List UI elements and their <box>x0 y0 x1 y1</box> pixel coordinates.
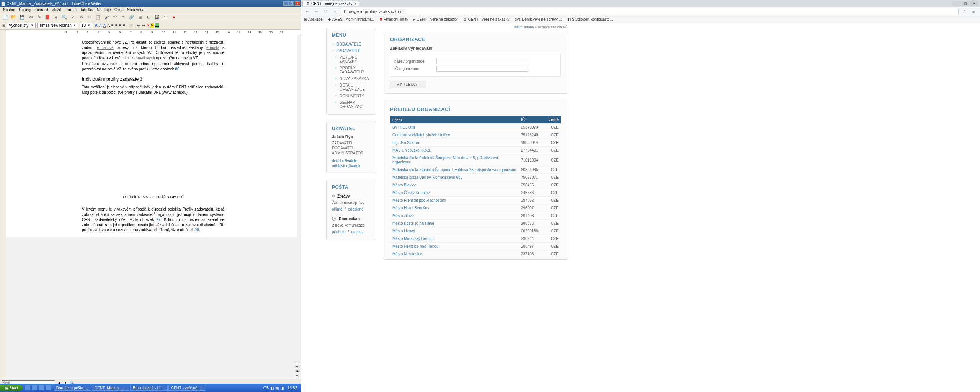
prichozi-link[interactable]: příchozí <box>332 230 346 234</box>
maximize-button[interactable]: □ <box>961 1 970 6</box>
body-text[interactable]: V levém menu je v takovém případě k disp… <box>82 207 224 233</box>
forward-button[interactable]: → <box>313 8 320 15</box>
org-link[interactable]: město Kostelec na Hané <box>392 221 434 225</box>
decrease-indent-icon[interactable]: ⇤ <box>137 23 140 28</box>
org-link[interactable]: Město Moravský Beroun <box>392 237 434 241</box>
home-button[interactable]: ⌂ <box>332 8 338 15</box>
menu-upravy[interactable]: Úpravy <box>19 8 31 12</box>
underline-icon[interactable]: A <box>103 23 106 28</box>
tray-icon[interactable]: ◨ <box>280 386 284 390</box>
org-link[interactable]: Město Horní Benešov <box>392 206 429 210</box>
org-link[interactable]: Město Litovel <box>392 229 415 233</box>
org-link[interactable]: MAS Uničovsko, o.p.s. <box>392 148 431 152</box>
tray-clock[interactable]: 13:52 <box>285 386 299 390</box>
paste-icon[interactable]: 📋 <box>95 14 101 20</box>
odchozi-link[interactable]: odchozí <box>351 230 364 234</box>
increase-indent-icon[interactable]: ⇥ <box>142 23 145 28</box>
mail-icon[interactable]: ✉ <box>28 14 34 20</box>
body-text[interactable]: Přihlášení uživatelé si mohou odběr upoz… <box>82 61 224 72</box>
chrome-menu-icon[interactable]: ≡ <box>970 8 977 15</box>
navigator-icon[interactable]: ⊞ <box>145 14 152 20</box>
org-link[interactable]: Město Frenštát pod Radhoštěm <box>392 198 446 203</box>
hyperlink-icon[interactable]: 🔗 <box>129 14 135 20</box>
th-ic[interactable]: IČ <box>519 116 546 124</box>
org-link[interactable]: Mateřská škola Pohádka Šumperk, Nerudova… <box>392 156 498 164</box>
menu-item[interactable]: VEŘEJNÉ ZAKÁZKY <box>332 54 370 65</box>
table-icon[interactable]: ▦ <box>137 14 143 20</box>
start-button[interactable]: ⊞Start <box>0 385 23 391</box>
menu-zobrazit[interactable]: Zobrazit <box>34 8 48 12</box>
th-zeme[interactable]: země <box>546 116 561 124</box>
quicklaunch-icon[interactable] <box>32 385 37 390</box>
record-icon[interactable]: ● <box>171 14 177 20</box>
bookmark-item[interactable]: ◆ARES - Administrativní... <box>328 17 374 21</box>
menu-item[interactable]: DETAIL ORGANIZACE <box>332 82 370 93</box>
bookmark-item[interactable]: ◧StudioZen-konfiguráto... <box>567 17 613 21</box>
input-ic[interactable] <box>436 66 528 72</box>
org-link[interactable]: Ing. Jan Svatoň <box>392 140 419 145</box>
figure-caption[interactable]: Obrázek 97: Seznam profilů zadavatelů <box>82 194 224 199</box>
back-button[interactable]: ← <box>304 8 311 15</box>
search-button[interactable]: VYHLEDAT <box>390 81 426 88</box>
menu-tabulka[interactable]: Tabulka <box>80 8 93 12</box>
menu-nastroje[interactable]: Nástroje <box>97 8 111 12</box>
bookmark-item[interactable]: ⊞Aplikace <box>304 17 323 21</box>
bookmark-item[interactable]: 🗎CENT - veřejné zakázky <box>463 17 510 21</box>
menu-item[interactable]: DODAVATELÉ <box>332 41 370 47</box>
menu-vlozit[interactable]: Vložit <box>52 8 61 12</box>
org-link[interactable]: Město Jílové <box>392 214 414 218</box>
document-area[interactable]: Upozorňování na nové VZ. Po kliknutí se … <box>6 35 301 379</box>
undo-icon[interactable]: ↶ <box>112 14 118 20</box>
address-bar[interactable]: 🗋 osigeno.profinetworks.cz/profil <box>341 8 959 15</box>
menu-soubor[interactable]: Soubor <box>3 8 15 12</box>
bullets-icon[interactable]: ≔ <box>126 23 130 28</box>
heading[interactable]: Individuální profily zadavatelů <box>82 76 224 82</box>
menu-napoveda[interactable]: Nápověda <box>127 8 145 12</box>
open-icon[interactable]: 📂 <box>11 14 17 20</box>
menu-item[interactable]: SEZNAM ORGANIZACÍ <box>332 99 370 110</box>
bookmark-item[interactable]: ▸CENT - veřejné zakázky <box>413 17 458 21</box>
org-link[interactable]: Centrum sociálních služeb Uničov <box>392 133 450 137</box>
body-text[interactable]: Toto rozšíření je vhodné v případě, kdy … <box>82 85 224 95</box>
gallery-icon[interactable]: 🖼 <box>154 14 160 20</box>
reload-button[interactable]: ⟳ <box>322 8 329 15</box>
taskbar-item[interactable]: CENT_Manual_Zadav... <box>92 385 129 391</box>
format-paintbrush-icon[interactable]: 🖌 <box>103 14 109 20</box>
close-tab-icon[interactable]: × <box>354 2 356 6</box>
save-icon[interactable]: 💾 <box>19 14 25 20</box>
bookmark-item[interactable]: ✖Finanční limity <box>379 17 408 21</box>
horizontal-ruler[interactable]: 123456789101112131415161718192021 <box>6 30 301 35</box>
odeslane-link[interactable]: odeslané <box>348 207 364 211</box>
menu-item[interactable]: NOVÁ ZAKÁZKA <box>332 75 370 82</box>
scroll-down-icon[interactable]: ▼ <box>295 374 299 378</box>
bold-icon[interactable]: A <box>95 23 98 28</box>
quicklaunch-icon[interactable] <box>39 385 44 390</box>
minimize-button[interactable]: _ <box>283 1 289 6</box>
cut-icon[interactable]: ✂ <box>78 14 84 20</box>
nonprinting-icon[interactable]: ¶ <box>162 14 168 20</box>
tray-icon[interactable]: ◧ <box>270 386 274 390</box>
close-button[interactable]: × <box>970 1 978 6</box>
bookmark-star-icon[interactable]: ☆ <box>961 8 968 15</box>
org-link[interactable]: Mateřská škola Uničov, Komenského 680 <box>392 175 462 180</box>
th-nazev[interactable]: název <box>390 116 519 124</box>
input-nazev[interactable] <box>436 59 528 64</box>
taskbar-item[interactable]: Bez názvu 1 - LibreOf... <box>130 385 168 391</box>
scroll-target-icon[interactable]: ◉ <box>295 369 299 373</box>
taskbar-item[interactable]: Doručená pošta - Out... <box>54 385 91 391</box>
highlight-icon[interactable]: ✎ <box>150 23 154 28</box>
font-color-icon[interactable]: A <box>146 23 149 28</box>
paragraph-style-select[interactable]: Výchozí styl▼ <box>7 23 36 28</box>
menu-format[interactable]: Formát <box>65 8 77 12</box>
org-link[interactable]: Město Český Krumlov <box>392 191 430 195</box>
user-detail-link[interactable]: detail uživatele <box>332 159 357 163</box>
bookmark-item[interactable]: dvsDeník veřejné správy ... <box>514 17 562 21</box>
background-color-icon[interactable]: ▬ <box>155 23 159 28</box>
copy-icon[interactable]: ⧉ <box>87 14 93 20</box>
breadcrumb-home[interactable]: hlavní strana <box>514 25 534 29</box>
org-link[interactable]: Město Neratovice <box>392 252 422 256</box>
taskbar-item[interactable]: CENT - veřejné zakáz... <box>168 385 206 391</box>
pdf-icon[interactable]: 📕 <box>44 14 51 20</box>
user-logout-link[interactable]: odhlásit uživatele <box>332 164 361 168</box>
edit-icon[interactable]: ✎ <box>36 14 42 20</box>
